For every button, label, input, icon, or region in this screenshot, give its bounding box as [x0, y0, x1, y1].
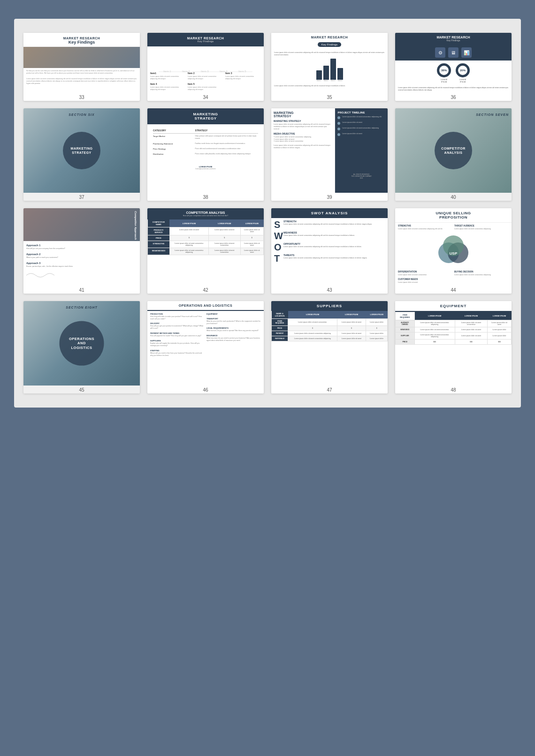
card36-icons: ⚙ 🖥 📊 [395, 45, 512, 60]
ops-suppliers: SUPPLIERS Explain who will supply the ma… [150, 340, 205, 347]
card46-right-col: EQUIPMENT TRANSPORT What do you need for… [206, 313, 261, 359]
equip-own-3: Lorem ipsum dolor sit amet [488, 320, 512, 327]
col-header-3: LOREM IPSUM [240, 219, 263, 227]
card36-header: MARKET RESEARCH Key Findings [395, 33, 512, 45]
swot-w-content: WEAKNESS Lorem ipsum dolor sit amet cons… [282, 231, 385, 241]
sup-pay-1: Lorem ipsum dolor sit amet consectetur a… [288, 331, 337, 336]
card36-title: MARKET RESEARCH [398, 36, 509, 39]
card38-header: MARKETINGSTRATEGY [147, 108, 264, 124]
equip-row-price: PRICE $$$ $$$ $$$ [396, 339, 512, 344]
svg-text:Item 3: Item 3 [201, 70, 209, 73]
equip-new-2: Lorem ipsum dolor sit amet [455, 327, 488, 332]
sup-col-header-2: LOREM IPSUM [337, 311, 366, 319]
card-46: OPERATIONS AND LOGISTICS PRODUCTION How … [147, 301, 264, 393]
ops-ins-label: INSURANCE [206, 334, 261, 337]
ops-transport: TRANSPORT What do you need for each prod… [206, 318, 261, 325]
usp-svg: USP [435, 234, 472, 267]
col-header-0: COMPETITOR NAME [148, 219, 170, 227]
card38-title: MARKETINGSTRATEGY [150, 112, 261, 121]
card-48-inner: EQUIPMENT ITEM REQUIRED LOREM IPSUM LORE… [395, 301, 512, 386]
ops-prod-label: PRODUCTION [150, 313, 205, 315]
card46-body: PRODUCTION How long will it take to make… [147, 311, 264, 361]
donut-label-1: LOREMIPSUM [437, 78, 451, 83]
sup-items-1: Lorem ipsum dolor sit amet consectetur [288, 318, 337, 325]
timeline-item-3: Lorem ipsum dolor sit amet consectetur a… [337, 127, 385, 130]
card-38: MARKETINGSTRATEGY CATEGORY STRATEGY Targ… [147, 108, 264, 201]
card36-donut1: 38% LOREMIPSUM [437, 63, 451, 83]
table-row-price: PRICE $ $ $ [148, 235, 264, 241]
squiggle-svg [26, 271, 54, 280]
equip-col-header-2: LOREM IPSUM [455, 312, 488, 320]
ops-del-text: How will you get your product to custome… [150, 325, 205, 330]
line-chart-svg: Item 1 Item 2 Item 3 Item 4 Item 5 [150, 49, 261, 73]
card38-row-3: Price Strategy Proin nibh nisl condiment… [153, 148, 258, 150]
col-header-1: LOREM IPSUM [169, 219, 208, 227]
ops-staff-text: Whom will you need to hire from your bus… [150, 352, 205, 357]
card-41-inner: Competitor Approach Approach 1 How will … [23, 208, 140, 286]
card39-section1-title: MARKETING STRATEGY [274, 120, 332, 122]
card42-sub: How will your competitors serve and what… [150, 215, 261, 217]
card-35: MARKET RESEARCH Key Findings Lorem ipsum… [271, 33, 388, 101]
equip-row-header-owned: ALREADYOWNED [396, 320, 415, 327]
sup-row-items: ITEMSREQUIRED Lorem ipsum dolor sit amet… [272, 318, 388, 325]
card34-items: Item1 Lorem ipsum dolor sit amet consect… [147, 70, 264, 93]
usp-customer-title: CUSTOMER NEEDS [398, 278, 452, 280]
ops-pay-text: How will payment be made? How long will … [150, 335, 205, 337]
card38-row-1: Target Market Vitae pretium nibh ipsum c… [153, 135, 258, 140]
card-36-inner: MARKET RESEARCH Key Findings ⚙ 🖥 📊 38% L… [395, 33, 512, 93]
row-header-product: PRODUCT/SERVICE [148, 227, 170, 235]
sup-col-header-0: NAME &LOCATION [272, 311, 288, 319]
card46-header: OPERATIONS AND LOGISTICS [147, 301, 264, 311]
card33-subtitle: Key Findings [26, 40, 137, 45]
card-39-inner: MARKETINGSTRATEGY MARKETING STRATEGY Lor… [271, 108, 388, 193]
table-row-weaknesses: WEAKNESSES Lorem ipsum dolor sit amet co… [148, 248, 264, 255]
card38-val-1: Vitae pretium nibh ipsum consequat nisl … [195, 135, 258, 140]
swot-o-row: O OPPORTUNITY Lorem ipsum dolor sit amet… [274, 242, 385, 252]
sup-row-header-price: PRICE [272, 325, 288, 331]
card43-header: SWOT ANALYSIS [271, 208, 388, 218]
card38-col2-header: STRATEGY [195, 129, 258, 132]
card36-donut2: 20% LOREMIPSUM [456, 63, 470, 83]
ops-staffing: STAFFING Whom will you need to hire from… [150, 349, 205, 357]
card41-photo: Competitor Approach [23, 208, 140, 241]
card39-right: PROJECT TIMELINE Lorem ipsum dolor sit a… [335, 108, 388, 193]
card-35-inner: MARKET RESEARCH Key Findings Lorem ipsum… [271, 33, 388, 93]
usp-customer: CUSTOMER NEEDS Lorem ipsum dolor sit ame… [398, 278, 452, 284]
equip-new-3: Lorem ipsum dolor [488, 327, 512, 332]
card38-body: CATEGORY STRATEGY Target Market Vitae pr… [147, 124, 264, 163]
swot-w-text: Lorem ipsum dolor sit amet consectetur a… [283, 234, 385, 237]
ops-prod-text: How long will it take to make your produ… [150, 316, 205, 320]
card34-chart: Item 1 Item 2 Item 3 Item 4 Item 5 [147, 46, 264, 70]
equip-sup-2: Lorem ipsum dolor sit amet [455, 332, 488, 339]
usp-center: USP [395, 232, 512, 269]
card38-label-1: Target Market [153, 135, 195, 137]
equip-sup-1: Lorem ipsum dolor sit amet consectetur a… [414, 332, 455, 339]
bar-label-1: Item 1 [317, 80, 321, 82]
card38-label-4: Distribution [153, 153, 195, 155]
card48-table: ITEM REQUIRED LOREM IPSUM LOREM IPSUM LO… [395, 312, 512, 345]
swot-o-text: Lorem ipsum dolor sit amet consectetur a… [283, 246, 385, 248]
bar-group-3: Item 3 [330, 59, 336, 82]
card-34: MARKET RESEARCH Key Findings Item 1 Item… [147, 33, 264, 101]
usp-strengths-text: Lorem ipsum dolor sit amet consectetur a… [398, 228, 452, 230]
card-39: MARKETINGSTRATEGY MARKETING STRATEGY Lor… [271, 108, 388, 201]
sup-col-header-1: LOREM IPSUM [288, 311, 337, 319]
page-number-35: 35 [271, 93, 388, 101]
equip-price-1: $$$ [414, 339, 455, 344]
cell-weak-3: Lorem ipsum dolor sit amet [240, 248, 263, 255]
sup-pay-2: Lorem ipsum dolor sit amet [337, 331, 366, 336]
card33-header: MARKET RESEARCH Key Findings [23, 33, 140, 47]
card34-item2: Item 2 Lorem ipsum dolor sit amet consec… [188, 72, 223, 81]
ops-trans-text: What do you need for each production? Wh… [206, 320, 261, 325]
equip-row-header-newused: NEW/USED [396, 327, 415, 332]
ops-sup-text: Explain who will supply the materials fo… [150, 342, 205, 347]
usp-target-text: Lorem ipsum dolor sit amet consectetur a… [454, 228, 509, 230]
sup-row-header-rationale: RATIONALE [272, 336, 288, 341]
card34-title: MARKET RESEARCH [150, 37, 261, 40]
card41-approach3: Approach 3 Events, partnerships, ads – l… [26, 262, 137, 268]
sup-price-2: $ [337, 325, 366, 331]
card-37-inner: SECTION SIX MARKETINGSTRATEGY [23, 108, 140, 193]
usp-differentiation: DIFFERENTIATION Lorem ipsum dolor sit am… [398, 271, 452, 276]
equip-new-1: Lorem ipsum dolor sit amet consectetur [414, 327, 455, 332]
section-eight-label: SECTION EIGHT [23, 306, 140, 309]
